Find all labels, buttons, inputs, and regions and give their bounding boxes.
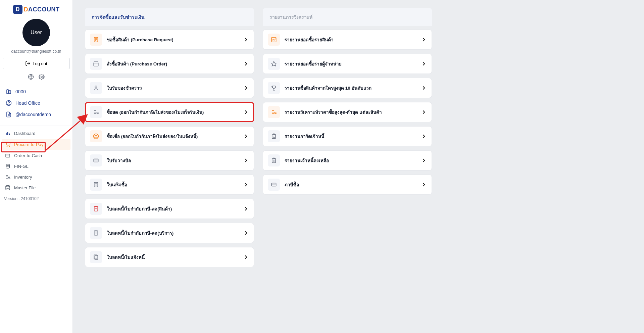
chevron-right-icon (421, 85, 427, 91)
file-icon (5, 111, 12, 117)
menu-credit-note-invoice[interactable]: ใบลดหนี้/ใบแจ้งหนี้ (85, 247, 254, 267)
menu-cash-purchase[interactable]: ซื้อสด (ออกใบกำกับภาษี/ใบส่งของ/ใบเสร็จร… (85, 102, 254, 122)
nav-order-to-cash-label: Order-to-Cash (14, 153, 42, 158)
svg-point-20 (8, 177, 10, 178)
card-icon (90, 154, 102, 166)
purchasing-column: การจัดซื้อและรับชำระเงิน ขอซื้อสินค้า (P… (85, 8, 254, 267)
chevron-right-icon (243, 230, 249, 236)
life-ring-icon (90, 130, 102, 142)
svg-rect-5 (9, 91, 11, 94)
quick-settings-row (0, 74, 72, 80)
receipt-icon (90, 179, 102, 191)
nav-inventory-label: Inventory (14, 175, 32, 180)
nav-fin-gl[interactable]: FIN-GL (0, 161, 72, 172)
svg-line-32 (98, 113, 98, 114)
list-search-icon (5, 174, 11, 180)
shop-icon (90, 58, 102, 70)
star-icon (268, 58, 280, 70)
nav-master-file[interactable]: Master File (0, 182, 72, 193)
menu-purchase-request[interactable]: ขอซื้อสินค้า (Purchase Request) (85, 30, 254, 50)
nav-fin-gl-label: FIN-GL (14, 164, 29, 169)
nav-inventory[interactable]: Inventory (0, 172, 72, 182)
settings-gear-icon[interactable] (39, 74, 45, 80)
menu-label: ใบลดหนี้/ใบแจ้งหนี้ (107, 253, 238, 261)
svg-line-37 (97, 135, 98, 136)
logo-text: DACCOUNT (24, 6, 60, 13)
database-icon (5, 185, 11, 190)
menu-label: รายงานยอดซื้อรายผู้จำหน่าย (285, 60, 416, 67)
svg-point-7 (8, 102, 10, 103)
svg-line-38 (94, 137, 95, 138)
menu-label: รายงานยอดซื้อรายสินค้า (285, 36, 416, 43)
svg-point-27 (95, 86, 97, 88)
credit-card-icon (268, 179, 280, 191)
report-price-analysis[interactable]: รายงานวิเคราะห์ราคาซื้อสูงสุด-ต่ำสุด แต่… (263, 102, 432, 122)
handle-row[interactable]: @daccountdemo (4, 109, 68, 120)
report-purchase-tax[interactable]: ภาษีซื้อ (263, 175, 432, 195)
report-creditor-balance[interactable]: รายงานเจ้าหนี้คงเหลือ (263, 150, 432, 171)
chevron-right-icon (421, 133, 427, 139)
nav-dashboard-label: Dashboard (14, 131, 36, 136)
trophy-icon (268, 82, 280, 94)
svg-line-35 (94, 135, 95, 136)
menu-temp-receipt[interactable]: ใบรับของชั่วคราว (85, 78, 254, 98)
office-label: Head Office (15, 100, 40, 106)
chevron-right-icon (243, 157, 249, 163)
analysis-header: รายงานการวิเคราะห์ (263, 8, 432, 26)
menu-label: ใบลดหนี้/ใบกำกับภาษี-ลด(สินค้า) (107, 205, 238, 212)
menu-credit-purchase[interactable]: ซื้อเชื่อ (ออกใบกำกับภาษี/ใบส่งของ/ใบแจ้… (85, 126, 254, 146)
handle-label: @daccountdemo (15, 112, 51, 117)
menu-receipt[interactable]: ใบเสร็จซื้อ (85, 175, 254, 195)
nav-order-to-cash[interactable]: Order-to-Cash (0, 150, 72, 161)
svg-point-57 (275, 112, 276, 114)
menu-label: รายงานซื้อสินค้าจากใครสูงสุด 10 อันดับแร… (285, 84, 416, 92)
menu-bill-receipt[interactable]: ใบรับวางบิล (85, 150, 254, 171)
purchasing-list: ขอซื้อสินค้า (Purchase Request) สั่งซื้อ… (85, 26, 254, 267)
list-search-icon (268, 106, 280, 118)
svg-point-34 (95, 135, 97, 137)
menu-label: ใบรับวางบิล (107, 157, 238, 164)
nav-procure-to-pay[interactable]: Procure-to-Pay (2, 139, 70, 150)
chevron-right-icon (243, 85, 249, 91)
chevron-right-icon (243, 182, 249, 188)
menu-label: ภาษีซื้อ (285, 181, 416, 188)
user-email: daccount@trianglesoft.co.th (11, 49, 61, 54)
logo: D DACCOUNT (0, 3, 72, 17)
nav-dashboard[interactable]: Dashboard (0, 128, 72, 139)
report-purchase-by-product[interactable]: รายงานยอดซื้อรายสินค้า (263, 30, 432, 50)
org-code-row[interactable]: 0000 (4, 86, 68, 97)
org-code-label: 0000 (15, 89, 26, 94)
document-icon (90, 34, 102, 46)
menu-purchase-order[interactable]: สั่งซื้อสินค้า (Purchase Order) (85, 54, 254, 74)
svg-point-43 (97, 184, 97, 184)
list-search-icon (90, 106, 102, 118)
menu-credit-note-goods[interactable]: ใบลดหนี้/ใบกำกับภาษี-ลด(สินค้า) (85, 199, 254, 219)
report-purchase-by-vendor[interactable]: รายงานยอดซื้อรายผู้จำหน่าย (263, 54, 432, 74)
chart-icon (268, 34, 280, 46)
globe-icon[interactable] (28, 74, 34, 80)
analysis-list: รายงานยอดซื้อรายสินค้า รายงานยอดซื้อรายผ… (263, 26, 432, 195)
user-avatar[interactable]: User (22, 19, 50, 46)
building-icon (5, 89, 12, 95)
svg-rect-4 (7, 90, 8, 94)
logout-button[interactable]: Log out (3, 58, 70, 69)
user-circle-icon (5, 100, 12, 106)
svg-point-31 (97, 112, 98, 114)
chevron-right-icon (243, 133, 249, 139)
nav-procure-to-pay-label: Procure-to-Pay (14, 142, 43, 147)
clipboard-list-icon (268, 154, 280, 166)
analysis-column: รายงานการวิเคราะห์ รายงานยอดซื้อรายสินค้… (263, 8, 432, 195)
chevron-right-icon (243, 37, 249, 43)
office-row[interactable]: Head Office (4, 97, 68, 109)
document-stack-icon (90, 251, 102, 263)
svg-line-21 (10, 178, 10, 179)
svg-point-3 (41, 76, 43, 78)
chevron-right-icon (421, 109, 427, 115)
report-top10-vendors[interactable]: รายงานซื้อสินค้าจากใครสูงสุด 10 อันดับแร… (263, 78, 432, 98)
report-creditor-card[interactable]: รายงานการ์ดเจ้าหนี้ (263, 126, 432, 146)
chevron-right-icon (421, 61, 427, 67)
svg-rect-11 (7, 132, 8, 135)
wallet-icon (5, 153, 11, 158)
menu-label: ซื้อสด (ออกใบกำกับภาษี/ใบส่งของ/ใบเสร็จร… (107, 108, 238, 116)
menu-credit-note-service[interactable]: ใบลดหนี้/ใบกำกับภาษี-ลด(บริการ) (85, 223, 254, 243)
